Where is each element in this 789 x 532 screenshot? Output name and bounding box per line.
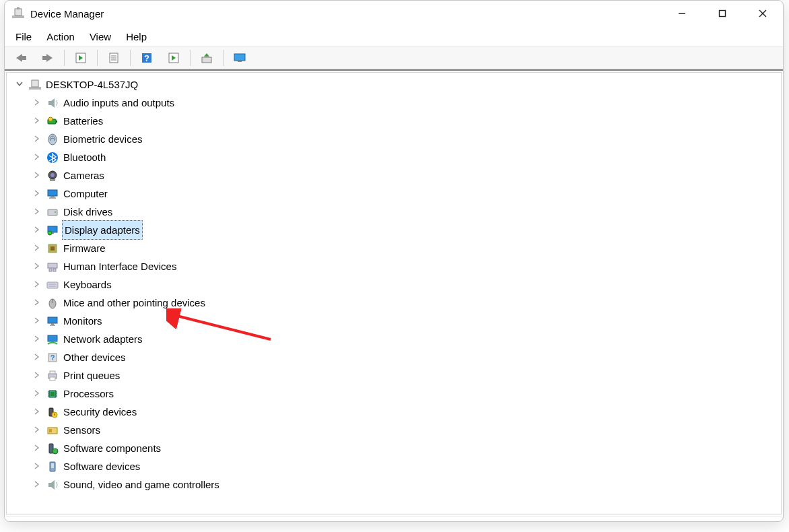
expander-icon[interactable] bbox=[31, 333, 43, 345]
tree-item-network[interactable]: Network adapters bbox=[11, 330, 777, 348]
app-icon bbox=[11, 7, 25, 20]
maximize-button[interactable] bbox=[702, 1, 743, 26]
update-drivers-button[interactable] bbox=[162, 48, 186, 67]
tree-item-hid[interactable]: Human Interface Devices bbox=[11, 257, 777, 275]
expander-icon[interactable] bbox=[31, 296, 43, 308]
tree-root-row[interactable]: DESKTOP-4L537JQ bbox=[11, 75, 777, 94]
close-button[interactable] bbox=[743, 1, 783, 26]
expander-icon[interactable] bbox=[31, 205, 43, 218]
minimize-button[interactable] bbox=[662, 1, 702, 26]
svg-point-28 bbox=[48, 117, 53, 121]
properties-button[interactable] bbox=[102, 48, 126, 67]
expander-icon[interactable] bbox=[31, 442, 43, 454]
printer-icon bbox=[46, 369, 59, 383]
expander-icon[interactable] bbox=[31, 224, 43, 236]
svg-rect-43 bbox=[50, 246, 55, 251]
expander-icon[interactable] bbox=[31, 96, 43, 108]
help-button[interactable]: ? bbox=[135, 48, 159, 67]
svg-rect-63 bbox=[50, 392, 55, 396]
expander-icon[interactable] bbox=[31, 405, 43, 418]
svg-rect-45 bbox=[49, 269, 52, 271]
tree-item-camera[interactable]: Cameras bbox=[11, 166, 777, 185]
svg-rect-52 bbox=[48, 317, 57, 323]
svg-rect-23 bbox=[29, 87, 41, 90]
svg-rect-60 bbox=[50, 371, 55, 374]
svg-rect-37 bbox=[48, 209, 57, 215]
tree-item-security[interactable]: Security devices bbox=[11, 403, 777, 421]
tree-item-disk[interactable]: Disk drives bbox=[11, 203, 777, 221]
expander-icon[interactable] bbox=[31, 460, 43, 472]
expander-icon[interactable] bbox=[31, 369, 43, 381]
security-icon bbox=[46, 405, 59, 419]
show-hidden-button[interactable] bbox=[69, 48, 93, 67]
tree-item-label: Biometric devices bbox=[62, 130, 144, 148]
tree-item-label: Bluetooth bbox=[62, 148, 107, 166]
tree-item-mouse[interactable]: Mice and other pointing devices bbox=[11, 294, 777, 312]
expander-icon[interactable] bbox=[31, 351, 43, 363]
toolbar: ? bbox=[5, 46, 783, 69]
tree-item-swcomp[interactable]: Software components bbox=[11, 439, 777, 457]
tree-item-sensor[interactable]: Sensors bbox=[11, 421, 777, 439]
uninstall-button[interactable] bbox=[195, 48, 219, 67]
expander-icon[interactable] bbox=[31, 242, 43, 254]
scan-button[interactable] bbox=[228, 48, 252, 67]
expander-icon[interactable] bbox=[31, 169, 43, 181]
tree-item-label: Security devices bbox=[62, 403, 138, 421]
tree-item-keyboard[interactable]: Keyboards bbox=[11, 275, 777, 294]
device-tree: DESKTOP-4L537JQ Audio inputs and outputs… bbox=[7, 74, 781, 495]
svg-marker-8 bbox=[42, 54, 53, 62]
tree-item-battery[interactable]: Batteries bbox=[11, 112, 777, 130]
expander-icon[interactable] bbox=[31, 260, 43, 272]
back-button[interactable] bbox=[9, 48, 33, 67]
device-tree-scroll[interactable]: DESKTOP-4L537JQ Audio inputs and outputs… bbox=[6, 72, 782, 514]
forward-button[interactable] bbox=[36, 48, 60, 67]
svg-rect-1 bbox=[15, 9, 22, 15]
tree-item-bluetooth[interactable]: Bluetooth bbox=[11, 148, 777, 166]
menu-action[interactable]: Action bbox=[40, 29, 81, 44]
expander-icon[interactable] bbox=[31, 187, 43, 199]
other-icon: ? bbox=[46, 351, 59, 364]
svg-rect-2 bbox=[17, 7, 20, 9]
expander-icon[interactable] bbox=[31, 387, 43, 399]
tree-item-label: Cameras bbox=[62, 166, 106, 185]
svg-point-38 bbox=[55, 211, 56, 213]
svg-marker-25 bbox=[48, 98, 55, 108]
expander-icon[interactable] bbox=[31, 151, 43, 163]
svg-rect-47 bbox=[47, 282, 58, 288]
expander-icon[interactable] bbox=[31, 478, 43, 490]
tree-item-monitor[interactable]: Monitors bbox=[11, 312, 777, 330]
menu-help[interactable]: Help bbox=[119, 29, 153, 44]
svg-rect-21 bbox=[234, 54, 245, 61]
expander-icon[interactable] bbox=[31, 424, 43, 436]
swcomp-icon bbox=[46, 442, 59, 455]
tree-item-sound[interactable]: Sound, video and game controllers bbox=[11, 475, 777, 494]
tree-item-firmware[interactable]: Firmware bbox=[11, 239, 777, 257]
svg-rect-74 bbox=[49, 429, 52, 432]
tree-item-computer[interactable]: Computer bbox=[11, 185, 777, 203]
tree-item-display[interactable]: Display adapters bbox=[11, 221, 777, 239]
tree-item-speaker[interactable]: Audio inputs and outputs bbox=[11, 94, 777, 112]
tree-item-other[interactable]: ?Other devices bbox=[11, 348, 777, 366]
svg-rect-27 bbox=[56, 121, 57, 123]
expander-icon[interactable] bbox=[31, 278, 43, 290]
tree-item-printer[interactable]: Print queues bbox=[11, 366, 777, 385]
tree-item-fingerprint[interactable]: Biometric devices bbox=[11, 130, 777, 148]
tree-item-label: Sound, video and game controllers bbox=[62, 475, 221, 494]
menu-bar: File Action View Help bbox=[5, 26, 783, 46]
svg-rect-24 bbox=[32, 80, 38, 87]
expander-icon[interactable] bbox=[31, 133, 43, 145]
tree-item-label: Network adapters bbox=[62, 330, 144, 348]
expander-icon[interactable] bbox=[31, 114, 43, 127]
hid-icon bbox=[46, 260, 59, 273]
tree-item-processor[interactable]: Processors bbox=[11, 385, 777, 403]
content-area: DESKTOP-4L537JQ Audio inputs and outputs… bbox=[5, 69, 783, 521]
svg-rect-4 bbox=[720, 11, 726, 17]
tree-item-swdev[interactable]: Software devices bbox=[11, 457, 777, 475]
expander-icon[interactable] bbox=[13, 78, 26, 90]
menu-file[interactable]: File bbox=[9, 29, 38, 44]
svg-rect-53 bbox=[51, 323, 54, 325]
expander-icon[interactable] bbox=[31, 314, 43, 327]
sensor-icon bbox=[46, 424, 59, 437]
menu-view[interactable]: View bbox=[83, 29, 118, 44]
svg-marker-20 bbox=[204, 53, 209, 57]
